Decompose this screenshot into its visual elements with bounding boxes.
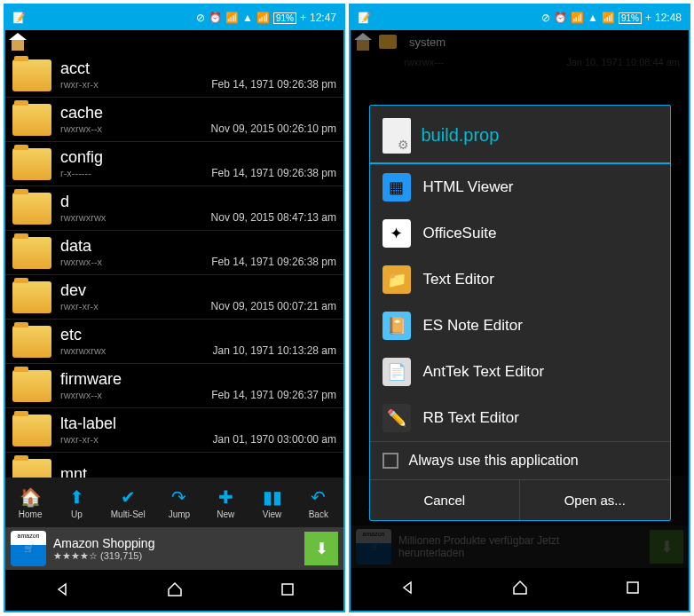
app-option[interactable]: 📁 Text Editor <box>370 257 670 303</box>
file-row[interactable]: mnt <box>5 453 343 478</box>
file-name: config <box>60 148 336 167</box>
file-perms: rwxrwx--x <box>60 390 102 401</box>
file-name: acct <box>60 59 336 78</box>
notepad-icon: 📝 <box>358 12 371 24</box>
app-option[interactable]: ▦ HTML Viewer <box>370 164 670 210</box>
app-option[interactable]: ✦ OfficeSuite <box>370 210 670 257</box>
app-header <box>5 30 343 53</box>
app-option[interactable]: 📄 AntTek Text Editor <box>370 349 670 395</box>
path-text: system <box>409 36 446 49</box>
cell-icon: 📶 <box>602 12 615 24</box>
app-icon: 📁 <box>382 265 411 294</box>
app-label: RB Text Editor <box>423 409 519 427</box>
back-nav-icon[interactable] <box>397 577 418 598</box>
recent-nav-icon[interactable] <box>277 579 298 600</box>
app-icon: ✦ <box>382 219 411 248</box>
file-perms: rwxrwx--x <box>60 257 102 268</box>
home-path-icon <box>354 33 372 51</box>
wifi-icon: 📶 <box>571 12 584 24</box>
toolbar: 🏠Home⬆Up✔Multi-Sel↷Jump✚New▮▮View↶Back <box>5 478 343 527</box>
svg-rect-1 <box>627 582 638 593</box>
file-name: cache <box>60 104 336 122</box>
app-header: system <box>351 30 689 53</box>
download-icon[interactable]: ⬇ <box>304 532 338 565</box>
file-date: Nov 09, 2015 00:07:21 am <box>211 300 336 312</box>
ad-title: Amazon Shopping <box>53 536 297 550</box>
checkbox-icon[interactable] <box>382 453 398 469</box>
back-nav-icon[interactable] <box>51 579 73 600</box>
checkbox-label: Always use this application <box>409 453 579 469</box>
tool-icon: ↷ <box>167 486 192 508</box>
cancel-button[interactable]: Cancel <box>370 480 521 520</box>
file-perms: rwxr-xr-x <box>60 79 99 91</box>
toolbar-jump[interactable]: ↷Jump <box>167 486 192 519</box>
status-bar: 📝 ⊘ ⏰ 📶 ▲ 📶 91% + 12:47 <box>5 5 343 30</box>
phone-right: 📝 ⊘ ⏰ 📶 ▲ 📶 91% + 12:48 system rwxrwx---… <box>349 4 690 612</box>
toolbar-view[interactable]: ▮▮View <box>260 486 285 519</box>
tool-icon: ✔ <box>115 486 140 508</box>
app-option[interactable]: 📔 ES Note Editor <box>370 303 670 349</box>
toolbar-new[interactable]: ✚New <box>213 486 238 519</box>
folder-icon <box>12 415 51 446</box>
ad-rating: ★★★★☆ (319,715) <box>53 550 297 562</box>
file-row[interactable]: dev rwxr-xr-x Nov 09, 2015 00:07:21 am <box>5 275 343 320</box>
file-name: mnt <box>60 465 336 478</box>
open-as-button[interactable]: Open as... <box>520 480 670 520</box>
file-row[interactable]: config r-x------ Feb 14, 1971 09:26:38 p… <box>5 142 343 186</box>
app-icon: ▦ <box>382 173 411 201</box>
ad-banner[interactable]: 🛒 Amazon Shopping ★★★★☆ (319,715) ⬇ <box>5 527 343 570</box>
file-row[interactable]: etc rwxrwxrwx Jan 10, 1971 10:13:28 am <box>5 320 343 364</box>
file-name: data <box>60 237 336 256</box>
file-row[interactable]: firmware rwxrwx--x Feb 14, 1971 09:26:37… <box>5 364 343 408</box>
tool-label: Home <box>19 509 43 519</box>
always-use-row[interactable]: Always use this application <box>370 441 670 479</box>
tool-icon: ⬆ <box>64 486 89 508</box>
home-nav-icon[interactable] <box>164 579 185 600</box>
wifi-icon: 📶 <box>225 12 239 24</box>
toolbar-home[interactable]: 🏠Home <box>18 486 43 519</box>
alarm-icon: ⏰ <box>209 12 222 24</box>
battery-icon: 91% <box>273 12 296 24</box>
file-row[interactable]: acct rwxr-xr-x Feb 14, 1971 09:26:38 pm <box>5 53 343 98</box>
tool-label: Multi-Sel <box>111 509 146 519</box>
alarm-icon: ⏰ <box>554 12 567 24</box>
app-icon: 📔 <box>382 312 411 340</box>
folder-icon <box>12 148 51 180</box>
file-date: Nov 09, 2015 08:47:13 am <box>211 211 336 224</box>
file-perms: rwxr-xr-x <box>60 434 99 446</box>
file-row[interactable]: d rwxrwxrwx Nov 09, 2015 08:47:13 am <box>5 186 343 231</box>
app-option[interactable]: ✏️ RB Text Editor <box>370 395 670 441</box>
cell-icon: 📶 <box>256 12 270 24</box>
file-name: etc <box>60 326 336 344</box>
tool-icon: ▮▮ <box>260 486 285 508</box>
folder-icon <box>12 104 51 136</box>
toolbar-multi-sel[interactable]: ✔Multi-Sel <box>111 486 146 519</box>
app-icon: 📄 <box>382 358 411 386</box>
battery-icon: 91% <box>619 12 642 24</box>
file-date: Jan 01, 1970 03:00:00 am <box>213 433 336 446</box>
file-row[interactable]: lta-label rwxr-xr-x Jan 01, 1970 03:00:0… <box>5 408 343 453</box>
signal-icon: ▲ <box>588 12 598 24</box>
file-row[interactable]: data rwxrwx--x Feb 14, 1971 09:26:38 pm <box>5 231 343 275</box>
file-row[interactable]: cache rwxrwx--x Nov 09, 2015 00:26:10 pm <box>5 98 343 142</box>
file-perms: r-x------ <box>60 168 91 179</box>
toolbar-up[interactable]: ⬆Up <box>64 486 89 519</box>
dialog-overlay: build.prop ▦ HTML Viewer✦ OfficeSuite📁 T… <box>351 53 689 572</box>
app-label: Text Editor <box>423 271 494 288</box>
recent-nav-icon[interactable] <box>622 577 643 598</box>
file-perms: rwxrwxrwx <box>60 345 106 357</box>
toolbar-back[interactable]: ↶Back <box>306 486 331 519</box>
folder-icon <box>12 59 51 91</box>
file-prop-icon <box>382 118 411 154</box>
folder-icon <box>12 459 51 478</box>
folder-icon <box>12 193 51 225</box>
open-with-dialog: build.prop ▦ HTML Viewer✦ OfficeSuite📁 T… <box>369 105 671 521</box>
file-list[interactable]: acct rwxr-xr-x Feb 14, 1971 09:26:38 pm … <box>5 53 343 478</box>
home-path-icon[interactable] <box>9 33 27 51</box>
home-nav-icon[interactable] <box>509 577 531 598</box>
app-label: ES Note Editor <box>423 317 523 335</box>
battery-plus: + <box>300 12 306 24</box>
tool-label: View <box>263 509 282 519</box>
phone-left: 📝 ⊘ ⏰ 📶 ▲ 📶 91% + 12:47 acct rwxr-xr-x F… <box>4 4 345 612</box>
tool-label: Jump <box>169 509 190 519</box>
